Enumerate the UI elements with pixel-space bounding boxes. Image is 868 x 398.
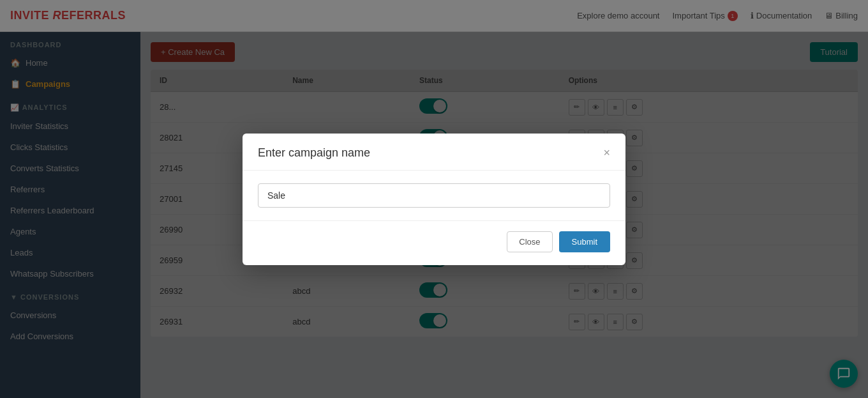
app-wrapper: INVITE REFERRALS Explore demo account Im… xyxy=(0,0,868,398)
modal-footer: Close Submit xyxy=(243,220,625,265)
submit-button[interactable]: Submit xyxy=(559,231,610,252)
close-button[interactable]: Close xyxy=(507,231,552,252)
modal-title: Enter campaign name xyxy=(258,146,370,160)
modal-overlay: Enter campaign name × Close Submit xyxy=(0,0,868,398)
campaign-name-input[interactable] xyxy=(258,183,610,208)
modal: Enter campaign name × Close Submit xyxy=(243,134,625,265)
modal-close-button[interactable]: × xyxy=(603,147,610,158)
modal-header: Enter campaign name × xyxy=(243,134,625,171)
modal-body xyxy=(243,171,625,220)
